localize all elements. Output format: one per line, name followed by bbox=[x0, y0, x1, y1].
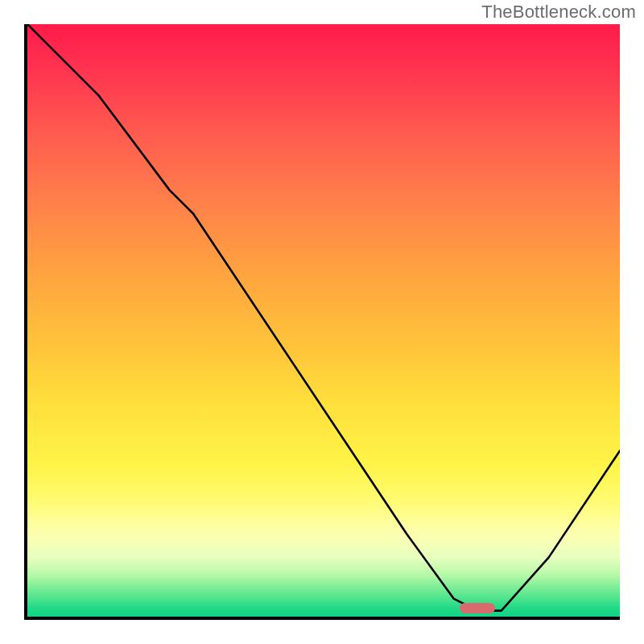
line-curve bbox=[27, 24, 620, 617]
optimum-marker bbox=[460, 603, 495, 613]
chart-container: TheBottleneck.com bbox=[0, 0, 644, 644]
plot-area bbox=[24, 24, 620, 620]
watermark-text: TheBottleneck.com bbox=[481, 2, 636, 23]
